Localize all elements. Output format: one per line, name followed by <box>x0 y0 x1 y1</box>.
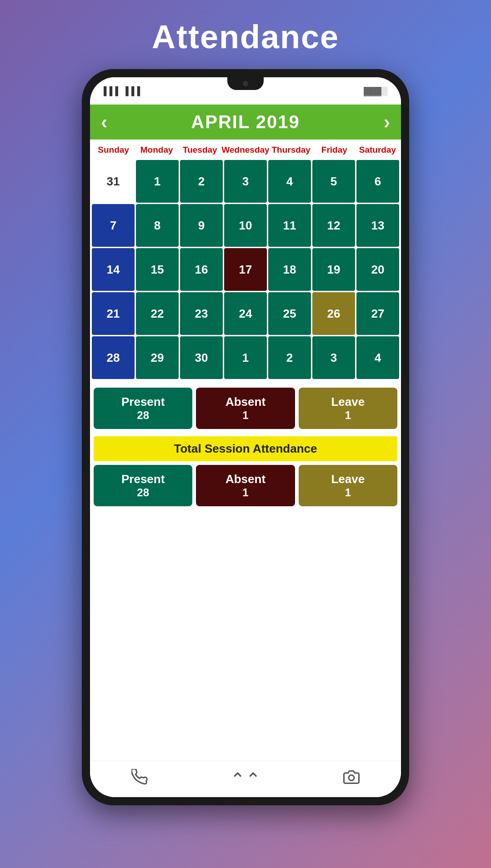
cal-cell-week3-day3[interactable]: 24 <box>224 292 267 335</box>
cal-cell-week1-day4[interactable]: 11 <box>268 204 311 247</box>
cal-cell-week2-day0[interactable]: 14 <box>92 248 135 291</box>
signal-icon: ▌▌▌ <box>104 86 121 96</box>
cal-cell-week3-day6[interactable]: 27 <box>356 292 399 335</box>
cal-cell-week2-day5[interactable]: 19 <box>312 248 355 291</box>
leave-summary-card-bottom: Leave 1 <box>299 465 397 506</box>
month-year-label: APRIL 2019 <box>191 112 300 132</box>
absent-count: 1 <box>242 409 248 422</box>
absent-summary-card-bottom: Absent 1 <box>196 465 295 506</box>
cal-cell-week0-day0[interactable]: 31 <box>92 160 135 203</box>
camera-dot <box>243 81 248 86</box>
cal-cell-week2-day3[interactable]: 17 <box>224 248 267 291</box>
present-label-bottom: Present <box>121 472 165 486</box>
present-count: 28 <box>137 409 149 422</box>
phone-inner: ▌▌▌ ▌▌▌ ▓▓▓░ ‹ APRIL 2019 › Sunday Monda… <box>90 77 401 797</box>
summary-section: Present 28 Absent 1 Leave 1 <box>90 380 401 433</box>
absent-summary-card: Absent 1 <box>196 388 295 429</box>
cal-cell-week4-day0[interactable]: 28 <box>92 336 135 379</box>
day-header-wednesday: Wednesday <box>221 143 269 157</box>
page-title: Attendance <box>152 18 339 55</box>
leave-label: Leave <box>331 395 365 409</box>
prev-month-button[interactable]: ‹ <box>101 113 107 132</box>
svg-point-0 <box>349 775 354 781</box>
cal-cell-week3-day4[interactable]: 25 <box>268 292 311 335</box>
total-session-attendance-banner: Total Session Attendance <box>94 436 397 461</box>
cal-cell-week3-day2[interactable]: 23 <box>180 292 223 335</box>
cal-cell-week2-day4[interactable]: 18 <box>268 248 311 291</box>
cal-cell-week1-day2[interactable]: 9 <box>180 204 223 247</box>
day-header-friday: Friday <box>313 143 356 157</box>
cal-cell-week2-day2[interactable]: 16 <box>180 248 223 291</box>
cal-cell-week0-day6[interactable]: 6 <box>356 160 399 203</box>
status-bar: ▌▌▌ ▌▌▌ ▓▓▓░ <box>90 77 401 105</box>
present-count-bottom: 28 <box>137 486 149 499</box>
cal-cell-week3-day0[interactable]: 21 <box>92 292 135 335</box>
app-content[interactable]: ‹ APRIL 2019 › Sunday Monday Tuesday Wed… <box>90 105 401 761</box>
summary-section-bottom: Present 28 Absent 1 Leave 1 <box>90 461 401 514</box>
cal-cell-week1-day5[interactable]: 12 <box>312 204 355 247</box>
total-session-attendance-label: Total Session Attendance <box>99 442 392 456</box>
absent-label-bottom: Absent <box>225 472 266 486</box>
cal-cell-week3-day5[interactable]: 26 <box>312 292 355 335</box>
calendar-grid: 3112345678910111213141516171819202122232… <box>90 159 401 380</box>
absent-count-bottom: 1 <box>242 486 248 499</box>
day-header-sunday: Sunday <box>92 143 135 157</box>
wifi-icon: ▌▌▌ <box>125 86 143 96</box>
notch <box>227 77 264 90</box>
phone-frame: ▌▌▌ ▌▌▌ ▓▓▓░ ‹ APRIL 2019 › Sunday Monda… <box>82 69 409 805</box>
bottom-nav: ⌃⌃ <box>90 761 401 797</box>
day-header-tuesday: Tuesday <box>178 143 221 157</box>
cal-cell-week0-day4[interactable]: 4 <box>268 160 311 203</box>
cal-cell-week4-day6[interactable]: 4 <box>356 336 399 379</box>
cal-cell-week0-day3[interactable]: 3 <box>224 160 267 203</box>
day-headers: Sunday Monday Tuesday Wednesday Thursday… <box>90 140 401 159</box>
calendar-header: ‹ APRIL 2019 › <box>90 105 401 140</box>
cal-cell-week4-day5[interactable]: 3 <box>312 336 355 379</box>
cal-cell-week4-day3[interactable]: 1 <box>224 336 267 379</box>
cal-cell-week2-day6[interactable]: 20 <box>356 248 399 291</box>
signal-icons: ▌▌▌ ▌▌▌ <box>104 86 143 96</box>
absent-label: Absent <box>225 395 266 409</box>
leave-count: 1 <box>345 409 351 422</box>
cal-cell-week1-day6[interactable]: 13 <box>356 204 399 247</box>
cal-cell-week4-day1[interactable]: 29 <box>136 336 179 379</box>
camera-nav-icon[interactable] <box>343 769 360 789</box>
phone-nav-icon[interactable] <box>131 769 148 789</box>
cal-cell-week1-day1[interactable]: 8 <box>136 204 179 247</box>
leave-count-bottom: 1 <box>345 486 351 499</box>
present-summary-card: Present 28 <box>94 388 192 429</box>
day-header-saturday: Saturday <box>356 143 399 157</box>
present-label: Present <box>121 395 165 409</box>
cal-cell-week2-day1[interactable]: 15 <box>136 248 179 291</box>
up-nav-icon[interactable]: ⌃⌃ <box>230 772 261 787</box>
cal-cell-week0-day1[interactable]: 1 <box>136 160 179 203</box>
cal-cell-week0-day2[interactable]: 2 <box>180 160 223 203</box>
next-month-button[interactable]: › <box>384 113 390 132</box>
cal-cell-week1-day3[interactable]: 10 <box>224 204 267 247</box>
cal-cell-week3-day1[interactable]: 22 <box>136 292 179 335</box>
day-header-thursday: Thursday <box>270 143 313 157</box>
cal-cell-week4-day2[interactable]: 30 <box>180 336 223 379</box>
cal-cell-week4-day4[interactable]: 2 <box>268 336 311 379</box>
present-summary-card-bottom: Present 28 <box>94 465 192 506</box>
battery-icon: ▓▓▓░ <box>364 86 387 96</box>
cal-cell-week1-day0[interactable]: 7 <box>92 204 135 247</box>
cal-cell-week0-day5[interactable]: 5 <box>312 160 355 203</box>
day-header-monday: Monday <box>135 143 178 157</box>
leave-label-bottom: Leave <box>331 472 365 486</box>
leave-summary-card: Leave 1 <box>299 388 397 429</box>
